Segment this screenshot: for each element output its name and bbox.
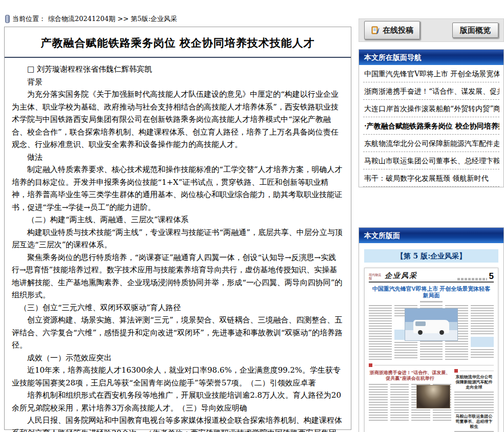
- article-paragraph: 培养机制和组织形式在西安机务段等地推广，开展职业技能培训逾2.8万人次。育人路径…: [12, 389, 344, 414]
- nav-panel-header: 本文所在版面导航: [359, 50, 503, 65]
- location-icon: [5, 15, 10, 23]
- article-paragraph: 成效（一）示范效应突出: [12, 352, 344, 364]
- fake-text-lines: [369, 305, 392, 360]
- current-page-panel: 本文所版面 【第 5 版:企业风采】 现代物流报 企业风采 5 中国重汽先锋官V…: [359, 227, 504, 432]
- red-tag-icon: [454, 369, 458, 373]
- article-paragraph: （二）构建“两主线、两融通、三层次”课程体系: [12, 213, 344, 226]
- article-paragraph: 创立资源构建、场景实施、算法评测“三元”，境景契合、双链耦合、三境融合、四测整合…: [12, 314, 344, 352]
- online-submit-button[interactable]: 在线投稿: [364, 21, 420, 39]
- article-paragraph: 聚焦乘务岗位的思行特质培养，“岗课赛证”融通育人四翼一体，创设“认知导→反演思→…: [12, 251, 344, 301]
- article-paragraph: 人民日报、国务院网站和中国教育电视台等多家媒体报道校企联合探索培养机制、构建课程…: [12, 414, 344, 432]
- article-paragraph: 做法: [12, 151, 344, 164]
- breadcrumb: 当前位置： 综合物流20241204期 >> 第5版:企业风采: [5, 14, 177, 24]
- article-paragraph: 构建职业特质与技术技能“两主线”，专业课程与技能证书“两融通”，底层共享、中层分…: [12, 226, 344, 251]
- page-navigation-panel: 本文所在版面导航 中国重汽先锋官V即将上市 开创全场景宽体轻 浙商浙港携手奋进！…: [359, 49, 504, 187]
- layout-overview-label: 版面概览: [460, 26, 491, 35]
- layout-overview-button[interactable]: 版面概览: [452, 23, 498, 38]
- fake-text-lines: [454, 392, 494, 413]
- article-body: □ 刘芳璇谢程程张省伟魏仁辉韩宾凯 背景 为充分落实国务院《关于加强新时代高技能…: [5, 58, 351, 432]
- article-paragraph: （三）创立“三元六维、双闭环双驱动”育人路径: [12, 301, 344, 314]
- edition-link[interactable]: 【第 5 版:企业风采】: [364, 249, 498, 263]
- thumb-middle-section: 浙商浙港携手奋进！“话合作、谋发展、促共赢”座谈会在杭举行 东航物流华北分: [369, 369, 494, 432]
- toolbar: 在线投稿 版面概览: [359, 18, 504, 42]
- nav-list: 中国重汽先锋官V即将上市 开创全场景宽体轻 浙商浙港携手奋进！“话合作、谋发展、…: [359, 65, 503, 187]
- fake-text-lines: [390, 384, 409, 422]
- thumb-page-number: 5: [489, 272, 494, 280]
- article-title: 产教融合赋能铁路乘务岗位 校企协同培养技术技能人才: [5, 27, 351, 57]
- thumb-masthead: 现代物流报 企业风采 5: [369, 271, 494, 283]
- article-paragraph: 近10年来，培养高技能人才16300余人，就业对口率98.6%，企业满意度99.…: [12, 364, 344, 389]
- nav-item[interactable]: 大连口岸首次操作滚装船舶“外贸转内贸”商: [363, 100, 499, 117]
- sidebar: 在线投稿 版面概览 本文所在版面导航 中国重汽先锋官V即将上市 开创全场景宽体轻…: [359, 18, 504, 432]
- thumb-headline-donghang: 东航物流华北分公司保障新能源汽车配件走向全球: [454, 374, 494, 392]
- thumb-top-columns: [369, 305, 494, 360]
- thumb-section-divider: [454, 369, 494, 373]
- online-submit-label: 在线投稿: [383, 26, 413, 35]
- fake-text-lines: [369, 384, 388, 422]
- breadcrumb-path[interactable]: 综合物流20241204期 >> 第5版:企业风采: [48, 14, 177, 24]
- article-author-line: □ 刘芳璇谢程程张省伟魏仁辉韩宾凯: [12, 63, 344, 76]
- nav-item[interactable]: 东航物流华北分公司保障新能源汽车配件走向: [363, 135, 499, 152]
- article-paragraph: 背景: [12, 76, 344, 89]
- notepad-icon: [371, 26, 380, 35]
- article-paragraph: 制定融入特质素养要求、核心技术规范和操作技能标准的“工学交替”人才培养方案，明确…: [12, 163, 344, 213]
- red-tag-icon: [369, 363, 372, 367]
- thumb-van-photo: [405, 308, 458, 341]
- thumb-byline: [420, 301, 443, 303]
- nav-item-current[interactable]: ·产教融合赋能铁路乘务岗位 校企协同培养技: [363, 117, 499, 135]
- article-paragraph: 为充分落实国务院《关于加强新时代高技能人才队伍建设的意见》中厘定的“构建以行业企…: [12, 88, 344, 151]
- fake-text-lines: [471, 305, 494, 360]
- thumb-conference-photo: [416, 385, 450, 408]
- nav-item[interactable]: 韦干：破局数字化发展瓶颈 领航新时代: [363, 169, 499, 187]
- thumb-section-divider: [369, 363, 494, 367]
- newspaper-thumbnail[interactable]: 现代物流报 企业风采 5 中国重汽先锋官V即将上市 开创全场景宽体轻客新局面: [364, 268, 498, 432]
- thumb-headline-main: 中国重汽先锋官V即将上市 开创全场景宽体轻客新局面: [369, 283, 494, 300]
- nav-item[interactable]: 中国重汽先锋官V即将上市 开创全场景宽体轻: [363, 65, 499, 82]
- page-panel-header: 本文所版面: [359, 228, 503, 243]
- thumb-masthead-title: 企业风采: [385, 271, 417, 280]
- thumb-blue-box: [471, 337, 494, 347]
- thumb-dateline: [457, 278, 487, 280]
- thumb-headline-zheshang: 浙商浙港携手奋进！“话合作、谋发展、促共赢”座谈会在杭举行: [369, 369, 451, 383]
- breadcrumb-label: 当前位置：: [12, 14, 46, 24]
- nav-item[interactable]: 马鞍山市联运集团公司董事长、总经理卞鞍生: [363, 152, 499, 169]
- article-panel: 产教融合赋能铁路乘务岗位 校企协同培养技术技能人才 □ 刘芳璇谢程程张省伟魏仁辉…: [4, 27, 351, 430]
- nav-item[interactable]: 浙商浙港携手奋进！“话合作、谋发展、促共: [363, 82, 499, 100]
- thumb-logo: 现代物流报: [369, 273, 382, 280]
- page: { "breadcrumb": { "label": "当前位置：", "pat…: [0, 0, 504, 432]
- thumb-headline-maanshan: 马鞍山市联运集团公司董事长、总经理卞鞍生: [454, 413, 494, 431]
